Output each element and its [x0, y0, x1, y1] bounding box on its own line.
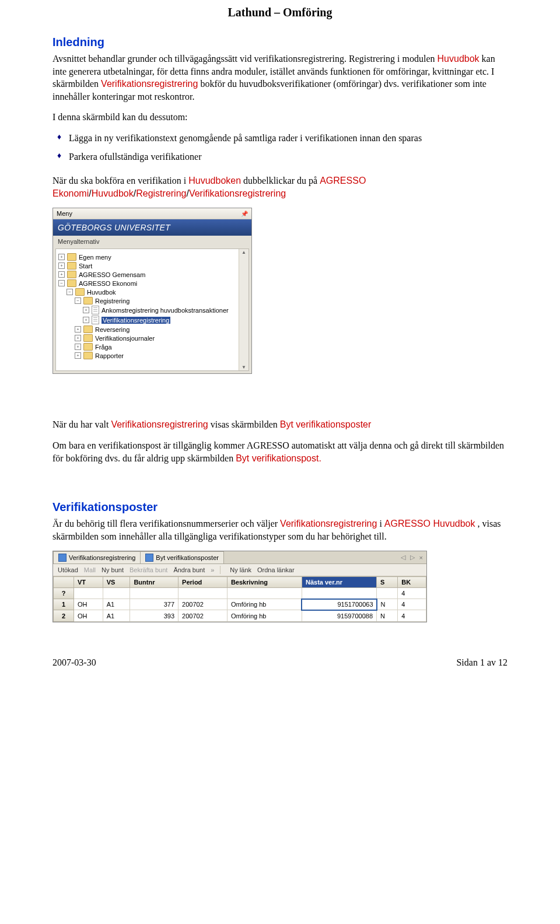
tab-nav-next-icon[interactable]: ▷ — [410, 554, 415, 561]
scroll-up-icon[interactable]: ▲ — [242, 249, 246, 256]
tb-ordnalankar[interactable]: Ordna länkar — [257, 566, 295, 573]
tab-close-icon[interactable]: × — [419, 554, 423, 561]
cell[interactable] — [377, 588, 398, 599]
intro-p1: Avsnittet behandlar grunder och tillväga… — [52, 52, 508, 103]
page-footer: 2007-03-30 Sidan 1 av 12 — [0, 634, 560, 680]
tb-andrabunt[interactable]: Ändra bunt — [173, 566, 205, 573]
cell[interactable] — [74, 588, 103, 599]
expand-icon[interactable] — [75, 326, 81, 332]
tree-item-rapporter[interactable]: Rapporter — [58, 351, 246, 360]
tree-item-verifreg[interactable]: Verifikationsregistrering — [58, 315, 246, 325]
col-nasta-vernr[interactable]: Nästa ver.nr — [302, 577, 376, 588]
col-beskrivning[interactable]: Beskrivning — [227, 577, 302, 588]
collapse-icon[interactable] — [75, 298, 81, 304]
cell[interactable]: OH — [74, 610, 103, 622]
expand-icon[interactable] — [75, 352, 81, 359]
intro-p3: När du ska bokföra en verifikation i Huv… — [52, 174, 508, 200]
cell[interactable]: OH — [74, 599, 103, 610]
tab-nav-prev-icon[interactable]: ◁ — [401, 554, 405, 561]
cell[interactable] — [103, 588, 130, 599]
section-verifposter: Verifikationsposter — [52, 501, 508, 514]
tb-nybunt[interactable]: Ny bunt — [102, 566, 124, 573]
path-seg-2: Huvudbok — [92, 188, 134, 198]
cell-rownum[interactable]: 1 — [54, 599, 74, 610]
expand-icon[interactable] — [83, 307, 89, 313]
col-period[interactable]: Period — [178, 577, 228, 588]
tree-item-reversering[interactable]: Reversering — [58, 325, 246, 334]
text: Är du behörig till flera verifikationsnu… — [52, 519, 280, 528]
cell[interactable]: 377 — [130, 599, 178, 610]
cell[interactable]: ? — [54, 588, 74, 599]
collapse-icon[interactable] — [66, 289, 73, 295]
col-vs[interactable]: VS — [103, 577, 130, 588]
cell[interactable]: 4 — [398, 610, 426, 622]
grid-row-2[interactable]: 2 OH A1 393 200702 Omföring hb 915970008… — [54, 610, 426, 622]
cell[interactable]: Omföring hb — [227, 610, 302, 622]
folder-icon — [67, 271, 76, 278]
kw-bytverif: Byt verifikationsposter — [280, 419, 372, 429]
grid-row-1[interactable]: 1 OH A1 377 200702 Omföring hb 915170006… — [54, 599, 426, 610]
cell[interactable]: A1 — [103, 599, 130, 610]
tree-item-agresso-ekonomi[interactable]: AGRESSO Ekonomi — [58, 279, 246, 288]
expand-icon[interactable] — [58, 254, 65, 260]
expand-icon[interactable] — [75, 344, 81, 350]
org-banner: GÖTEBORGS UNIVERSITET — [53, 219, 251, 236]
tree-item-egen-meny[interactable]: Egen meny — [58, 253, 246, 261]
cell[interactable]: 393 — [130, 610, 178, 622]
tree-item-ankomstreg[interactable]: Ankomstregistrering huvudbokstransaktion… — [58, 305, 246, 315]
cell[interactable] — [227, 588, 302, 599]
cell[interactable] — [178, 588, 228, 599]
folder-icon — [67, 253, 76, 261]
kw-bytverif-2: Byt verifikationspost. — [236, 453, 321, 463]
expand-icon[interactable] — [58, 271, 65, 278]
cell[interactable]: 9159700088 — [302, 610, 376, 622]
col-bk[interactable]: BK — [398, 577, 426, 588]
tb-utokad[interactable]: Utökad — [58, 566, 78, 573]
tab-bytverif[interactable]: Byt verifikationsposter — [140, 551, 224, 564]
section-inledning: Inledning — [52, 36, 508, 49]
cell[interactable]: 4 — [398, 599, 426, 610]
folder-icon — [83, 334, 93, 342]
tree-item-verifjourn[interactable]: Verifikationsjournaler — [58, 334, 246, 342]
cell[interactable]: Omföring hb — [227, 599, 302, 610]
footer-date: 2007-03-30 — [52, 657, 96, 668]
expand-icon[interactable] — [83, 317, 89, 323]
scroll-down-icon[interactable]: ▼ — [242, 364, 246, 370]
expand-icon[interactable] — [58, 262, 65, 269]
col-s[interactable]: S — [377, 577, 398, 588]
path-seg-3: Registrering — [136, 188, 186, 198]
text: Avsnittet behandlar grunder och tillväga… — [52, 54, 438, 64]
cell-selected[interactable]: 9151700063 — [302, 599, 376, 610]
pin-icon[interactable]: 📌 — [241, 211, 248, 217]
cell[interactable]: 4 — [398, 588, 426, 599]
kw-verifreg: Verifikationsregistrering — [111, 419, 208, 429]
cell[interactable]: 200702 — [178, 610, 228, 622]
tb-more-icon[interactable]: » — [211, 566, 214, 573]
folder-icon — [83, 326, 93, 333]
text: dubbelklickar du på — [243, 176, 320, 186]
cell[interactable] — [130, 588, 178, 599]
cell[interactable]: N — [377, 599, 398, 610]
cell-rownum[interactable]: 2 — [54, 610, 74, 622]
tree-item-fraga[interactable]: Fråga — [58, 342, 246, 351]
cell[interactable]: 200702 — [178, 599, 228, 610]
cell[interactable]: A1 — [103, 610, 130, 622]
cell[interactable]: N — [377, 610, 398, 622]
expand-icon[interactable] — [75, 335, 81, 341]
p-autoselect: Om bara en verifikationspost är tillgäng… — [52, 439, 508, 464]
tree-scrollbar[interactable]: ▲▼ — [239, 249, 249, 370]
filter-row[interactable]: ? 4 — [54, 588, 426, 599]
tree-item-huvudbok[interactable]: Huvudbok — [58, 288, 246, 296]
collapse-icon[interactable] — [58, 280, 65, 286]
col-buntnr[interactable]: Buntnr — [130, 577, 178, 588]
col-vt[interactable]: VT — [74, 577, 103, 588]
kw-agr-huvudbok: AGRESSO Huvudbok — [384, 519, 475, 528]
tab-verifreg[interactable]: Verifikationsregistrering — [53, 551, 141, 564]
folder-icon — [83, 352, 93, 359]
tree-item-registrering[interactable]: Registrering — [58, 296, 246, 305]
tree-item-agresso-gemensam[interactable]: AGRESSO Gemensam — [58, 270, 246, 279]
cell[interactable] — [302, 588, 376, 599]
col-rownum[interactable] — [54, 577, 74, 588]
tree-item-start[interactable]: Start — [58, 261, 246, 270]
tb-nylank[interactable]: Ny länk — [230, 566, 251, 573]
